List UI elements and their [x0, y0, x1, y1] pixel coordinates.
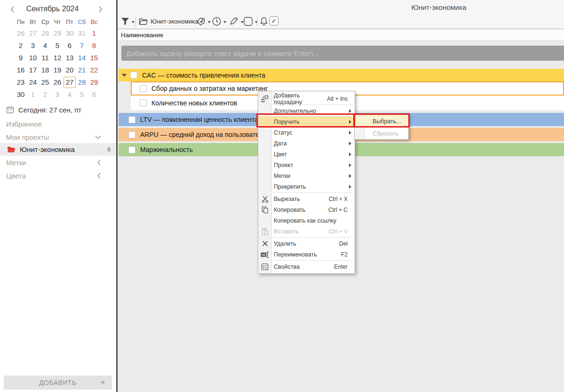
show-completed-checkbox[interactable]: ✓	[270, 16, 278, 25]
task-checkbox[interactable]	[130, 72, 137, 79]
calendar-day[interactable]: 28	[39, 27, 51, 40]
calendar-day[interactable]: 8	[88, 40, 100, 52]
calendar-day[interactable]: 20	[64, 64, 76, 76]
submenu-item-reset: Сбросить	[355, 127, 408, 140]
menu-item-color[interactable]: Цвет	[258, 149, 355, 160]
time-button[interactable]	[212, 16, 226, 27]
paste-icon	[260, 228, 270, 235]
menu-item-add-subtask[interactable]: Добавить подзадачу Alt + Ins	[258, 93, 355, 104]
plus-icon: +	[100, 377, 105, 388]
column-header[interactable]: Наименование	[118, 29, 564, 41]
add-task-input[interactable]: Добавить задачу (введите текст задачи и …	[121, 46, 564, 61]
calendar-day[interactable]: 1	[88, 27, 100, 40]
submenu-arrow-icon	[349, 152, 351, 156]
calendar-day[interactable]: 29	[88, 76, 100, 88]
calendar-day[interactable]: 1	[27, 88, 39, 101]
sidebar-item-colors[interactable]: Цвета	[0, 169, 116, 182]
caret-down-icon	[223, 21, 226, 23]
menu-item-more[interactable]: Дополнительно	[258, 105, 355, 116]
today-row[interactable]: Сегодня: 27 сен, пт	[6, 106, 81, 114]
calendar-day[interactable]: 6	[64, 40, 76, 52]
task-checkbox[interactable]	[140, 99, 147, 106]
calendar-day[interactable]: 26	[51, 76, 64, 88]
calendar-day[interactable]: 3	[27, 40, 39, 52]
add-project-button[interactable]: ДОБАВИТЬ +	[4, 376, 112, 390]
menu-item-properties[interactable]: Свойства Enter	[258, 261, 355, 272]
calendar-day[interactable]: 13	[64, 52, 76, 64]
calendar-day[interactable]: 27	[27, 27, 39, 40]
page-title: Юнит-экономика	[412, 3, 467, 11]
task-row-cac[interactable]: CAC — стоимость привлечения клиента	[119, 69, 564, 81]
calendar-day[interactable]: 5	[51, 40, 64, 52]
calendar-day[interactable]: 26	[15, 27, 27, 40]
shape-button[interactable]	[243, 16, 258, 27]
calendar-day[interactable]: 3	[51, 88, 64, 101]
calendar-day[interactable]: 29	[51, 27, 64, 40]
caret-down-icon	[132, 21, 135, 23]
menu-item-status[interactable]: Статус	[258, 127, 355, 138]
sidebar-item-labels[interactable]: Метки	[0, 156, 116, 169]
calendar-day[interactable]: 17	[27, 64, 39, 76]
calendar-day[interactable]: 6	[88, 88, 100, 101]
calendar-day[interactable]: 16	[15, 64, 27, 76]
calendar-day[interactable]: 10	[27, 52, 39, 64]
sidebar-item-project-unit-economics[interactable]: Юнит-экономика 6	[0, 143, 116, 156]
calendar-day-today[interactable]: 27	[64, 77, 76, 88]
calendar-day[interactable]: 14	[76, 52, 88, 64]
calendar-day[interactable]: 12	[51, 52, 64, 64]
task-checkbox[interactable]	[128, 146, 135, 153]
main-panel: Юнит-экономика Юнит-экономика	[118, 0, 564, 392]
menu-item-copy-as-link[interactable]: Копировать как ссылку	[258, 215, 355, 226]
calendar-day[interactable]: 31	[76, 27, 88, 40]
calendar-day[interactable]: 30	[15, 88, 27, 101]
calendar-day[interactable]: 22	[88, 64, 100, 76]
tag-button[interactable]	[196, 16, 211, 27]
calendar-day[interactable]: 24	[27, 76, 39, 88]
calendar-day[interactable]: 11	[39, 52, 51, 64]
menu-item-project[interactable]: Проект	[258, 160, 355, 170]
calendar-day[interactable]: 2	[39, 88, 51, 101]
calendar-day[interactable]: 4	[64, 88, 76, 101]
submenu-item-choose[interactable]: Выбрать...	[355, 115, 408, 128]
task-checkbox[interactable]	[128, 116, 135, 123]
task-checkbox[interactable]	[128, 131, 135, 138]
copy-icon	[260, 206, 270, 214]
calendar-day-header: Сб	[76, 17, 88, 27]
calendar-day[interactable]: 9	[15, 52, 27, 64]
menu-item-copy[interactable]: Копировать Ctrl + C	[258, 204, 355, 215]
menu-item-labels[interactable]: Метки	[258, 170, 355, 181]
collapse-triangle-icon[interactable]	[122, 74, 127, 77]
project-selector-button[interactable]: Юнит-экономика	[139, 16, 203, 27]
calendar-day[interactable]: 4	[39, 40, 51, 52]
notification-button[interactable]	[259, 16, 269, 27]
bell-icon	[259, 16, 269, 26]
calendar-day[interactable]: 7	[76, 40, 88, 52]
calendar-day-header: Пт	[64, 17, 76, 27]
sidebar-item-my-projects[interactable]: Мои проекты	[0, 131, 116, 144]
menu-item-delete[interactable]: Удалить Del	[258, 238, 355, 249]
calendar-day[interactable]: 21	[76, 64, 88, 76]
calendar-day[interactable]: 23	[15, 76, 27, 88]
menu-item-rename[interactable]: re Переименовать F2	[258, 249, 355, 260]
calendar-day[interactable]: 30	[64, 27, 76, 40]
calendar-day[interactable]: 19	[51, 64, 64, 76]
calendar-day[interactable]: 5	[76, 88, 88, 101]
calendar-day[interactable]: 15	[88, 52, 100, 64]
filter-button[interactable]	[120, 16, 135, 27]
sidebar-item-favorites[interactable]: Избранное	[0, 118, 116, 130]
calendar-day[interactable]: 18	[39, 64, 51, 76]
menu-item-attach[interactable]: Прикрепить	[258, 181, 355, 192]
task-checkbox[interactable]	[140, 85, 147, 92]
color-brush-button[interactable]	[229, 16, 244, 27]
menu-item-date[interactable]: Дата	[258, 138, 355, 149]
calendar-day[interactable]: 2	[15, 40, 27, 52]
calendar-day[interactable]: 28	[76, 76, 88, 88]
toolbar: Юнит-экономика	[118, 14, 564, 29]
menu-item-cut[interactable]: Вырезать Ctrl + X	[258, 193, 355, 204]
calendar-next-button[interactable]	[95, 5, 106, 14]
brush-icon	[229, 17, 239, 26]
menu-item-assign[interactable]: Поручить	[258, 116, 355, 127]
add-task-placeholder: Добавить задачу (введите текст задачи и …	[126, 49, 319, 57]
calendar-day[interactable]: 25	[39, 76, 51, 88]
clock-icon	[212, 16, 222, 26]
